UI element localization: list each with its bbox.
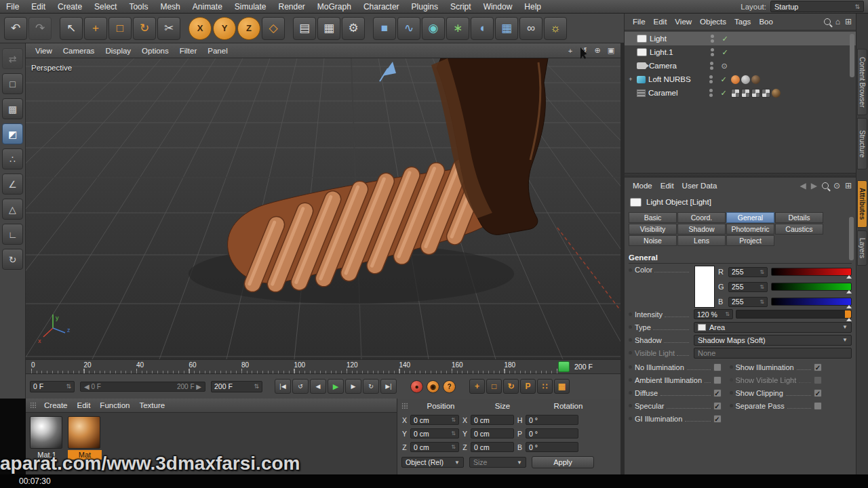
- deformer-icon[interactable]: ◖: [471, 17, 494, 40]
- search-icon[interactable]: [822, 182, 829, 189]
- attribute-tab[interactable]: Shadow: [677, 224, 726, 235]
- checkbox[interactable]: ✓: [713, 402, 722, 410]
- expander-icon[interactable]: +: [627, 76, 634, 83]
- playhead[interactable]: [558, 361, 570, 372]
- panel-icon[interactable]: ⊞: [845, 17, 852, 26]
- visibility-dots[interactable]: [710, 62, 717, 70]
- lock-icon[interactable]: ⊙: [833, 181, 840, 190]
- channel-value-field[interactable]: 255⇅: [728, 267, 768, 277]
- edges-mode-icon[interactable]: ∠: [2, 174, 23, 195]
- object-name[interactable]: Light: [650, 35, 708, 43]
- intensity-field[interactable]: 120 %⇅: [694, 309, 733, 319]
- object-tags[interactable]: [732, 47, 789, 57]
- environment-icon[interactable]: ▦: [495, 17, 518, 40]
- checkbox[interactable]: [814, 376, 822, 384]
- spinner-icon[interactable]: ⇅: [63, 383, 71, 390]
- position-field[interactable]: 0 cm⇅: [410, 442, 459, 452]
- polygons-mode-icon[interactable]: △: [2, 199, 23, 220]
- size-mode-dropdown[interactable]: Size ▼: [469, 457, 526, 468]
- history-forward-icon[interactable]: ▶: [811, 181, 817, 190]
- attribute-tab[interactable]: Project: [726, 235, 774, 246]
- spinner-icon[interactable]: ⇅: [760, 284, 764, 290]
- size-field[interactable]: 0 cm: [471, 428, 514, 439]
- play-button[interactable]: ▶: [328, 379, 344, 394]
- object-row[interactable]: Caramel ✓: [625, 86, 856, 100]
- layout-dropdown[interactable]: Startup ⇅: [770, 1, 864, 12]
- menu-item[interactable]: Help: [518, 2, 547, 12]
- spinner-icon[interactable]: ⇅: [251, 383, 259, 390]
- live-selection-icon[interactable]: ↖: [60, 17, 83, 40]
- coordinate-system-icon[interactable]: ◇: [262, 17, 285, 40]
- light-tool-icon[interactable]: ☼: [544, 17, 567, 40]
- menu-item[interactable]: Mesh: [154, 2, 186, 12]
- visibility-dots[interactable]: [709, 75, 716, 83]
- checkbox[interactable]: ✓: [713, 415, 722, 423]
- spline-pen-icon[interactable]: ∿: [397, 17, 420, 40]
- tab-content-browser[interactable]: Content Browser: [857, 49, 867, 115]
- drag-grip-icon[interactable]: [30, 402, 37, 409]
- object-row[interactable]: + Loft NURBS ✓: [625, 73, 856, 86]
- slider-handle[interactable]: [846, 302, 852, 308]
- object-manager-menu-item[interactable]: View: [671, 18, 696, 26]
- visibility-dots[interactable]: [711, 48, 717, 56]
- object-tags[interactable]: [732, 34, 789, 43]
- attribute-tab[interactable]: Basic: [629, 212, 677, 223]
- goto-start-button[interactable]: |◀: [275, 379, 291, 394]
- scrollbar[interactable]: [849, 217, 854, 260]
- menu-item[interactable]: Character: [357, 2, 406, 12]
- attribute-tab[interactable]: Details: [775, 212, 823, 223]
- slider-handle[interactable]: [846, 287, 852, 293]
- object-manager-menu-item[interactable]: Boo: [755, 18, 776, 26]
- history-back-icon[interactable]: ◀: [800, 181, 806, 190]
- panel-icon[interactable]: ⊞: [845, 181, 852, 190]
- pan-view-icon[interactable]: +: [565, 45, 576, 56]
- material-menu-item[interactable]: Edit: [73, 401, 96, 409]
- points-mode-icon[interactable]: ∴: [2, 148, 23, 169]
- symmetry-icon[interactable]: ∞: [519, 17, 542, 40]
- material-menu-item[interactable]: Texture: [134, 401, 170, 409]
- viewport-menu-item[interactable]: Filter: [174, 47, 203, 55]
- undo-icon[interactable]: ↶: [4, 17, 27, 40]
- menu-item[interactable]: Animate: [186, 2, 229, 12]
- menu-item[interactable]: Window: [477, 2, 519, 12]
- lock-z-axis-icon[interactable]: Z: [237, 17, 260, 40]
- rotate-tool-icon[interactable]: ↻: [133, 17, 156, 40]
- checkbox[interactable]: [814, 402, 822, 410]
- timeline-ruler[interactable]: 020406080100120140160180 200 F: [26, 359, 620, 374]
- viewport-menu-item[interactable]: View: [30, 47, 58, 55]
- move-tool-icon[interactable]: +: [84, 17, 107, 40]
- attribute-tab[interactable]: Noise: [629, 235, 677, 246]
- key-parameter-button[interactable]: P: [520, 379, 536, 394]
- attribute-tab[interactable]: Visibility: [629, 224, 677, 235]
- menu-item[interactable]: Edit: [25, 2, 52, 12]
- size-field[interactable]: 0 cm: [471, 415, 514, 425]
- render-settings-icon[interactable]: ⚙: [342, 17, 365, 40]
- search-icon[interactable]: [824, 18, 831, 25]
- drag-grip-icon[interactable]: [401, 403, 408, 409]
- slider-handle[interactable]: [846, 315, 852, 321]
- maximize-view-icon[interactable]: ▣: [606, 45, 616, 56]
- scrollbar[interactable]: [850, 34, 854, 77]
- goto-end-button[interactable]: ▶|: [380, 379, 397, 394]
- tab-layers[interactable]: Layers: [857, 230, 867, 266]
- axis-mode-icon[interactable]: ↻: [2, 249, 23, 270]
- visibility-dots[interactable]: [709, 89, 716, 97]
- object-manager-menu-item[interactable]: Edit: [650, 18, 671, 26]
- view-label[interactable]: Perspective: [31, 64, 72, 72]
- intensity-slider[interactable]: [736, 310, 852, 319]
- lock-y-axis-icon[interactable]: Y: [213, 17, 236, 40]
- attribute-tab[interactable]: General: [726, 212, 774, 223]
- keyframe-selection-button[interactable]: ▦: [554, 379, 570, 394]
- spinner-icon[interactable]: ⇅: [760, 269, 764, 275]
- menu-item[interactable]: File: [0, 2, 25, 12]
- object-name[interactable]: Caramel: [648, 89, 707, 97]
- zoom-view-icon[interactable]: ⊕: [592, 45, 603, 56]
- autokey-button[interactable]: ◉: [427, 380, 439, 393]
- channel-slider[interactable]: [771, 298, 852, 306]
- menu-item[interactable]: Select: [88, 2, 123, 12]
- channel-slider[interactable]: [771, 283, 852, 291]
- current-frame-field[interactable]: 0 F ⇅: [30, 381, 75, 392]
- attribute-tab[interactable]: Lens: [677, 235, 726, 246]
- spinner-icon[interactable]: ⇅: [854, 3, 860, 10]
- lock-x-axis-icon[interactable]: X: [189, 17, 212, 40]
